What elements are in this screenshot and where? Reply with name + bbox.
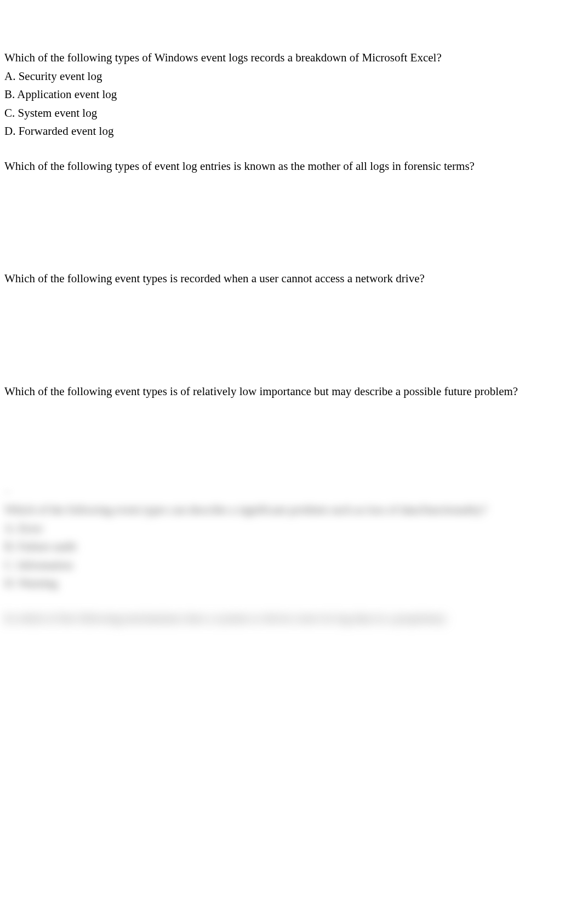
option-a: A. Security event log — [4, 68, 578, 85]
option-c: C. System event log — [4, 105, 578, 122]
question-text: Which of the following types of Windows … — [4, 49, 578, 67]
option-b: B. Application event log — [4, 86, 578, 104]
option-d: D. Forwarded event log — [4, 123, 578, 140]
question-2: Which of the following types of event lo… — [4, 158, 578, 253]
question-4: Which of the following event types is of… — [4, 383, 578, 478]
question-5-blurred: Which of the following event types can d… — [4, 501, 578, 592]
question-text: Which of the following types of event lo… — [4, 158, 578, 175]
option-b: B. Failure audit — [4, 538, 578, 556]
question-1: Which of the following types of Windows … — [4, 49, 578, 140]
trail-text: ... — [4, 484, 578, 496]
question-text: Which of the following event types is re… — [4, 270, 578, 288]
question-text: In which of the following mechanisms doe… — [4, 610, 578, 628]
document-content: Which of the following types of Windows … — [0, 0, 582, 627]
question-3: Which of the following event types is re… — [4, 270, 578, 366]
question-text: Which of the following event types can d… — [4, 501, 578, 519]
option-d: D. Warning — [4, 575, 578, 592]
option-c: C. Information — [4, 557, 578, 574]
option-a: A. Error — [4, 520, 578, 538]
question-6-blurred: In which of the following mechanisms doe… — [4, 610, 578, 628]
question-text: Which of the following event types is of… — [4, 383, 578, 401]
